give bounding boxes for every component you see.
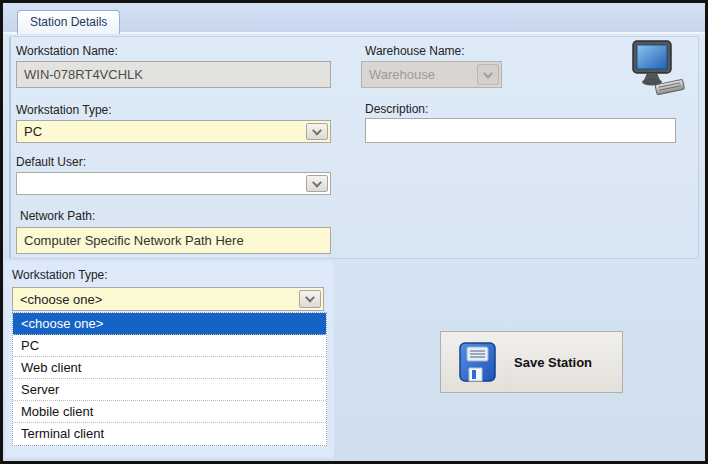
warehouse-name-combo: Warehouse <box>361 61 502 88</box>
type-picker-open-list[interactable]: <choose one> PC Web client Server Mobile… <box>12 312 327 446</box>
network-path-field[interactable] <box>16 227 331 254</box>
save-station-button[interactable]: Save Station <box>440 331 623 393</box>
workstation-name-label: Workstation Name: <box>16 44 118 58</box>
tab-station-details[interactable]: Station Details <box>17 10 120 34</box>
description-label: Description: <box>365 102 428 116</box>
default-user-dropdown-button[interactable] <box>306 175 328 192</box>
type-picker-dropdown-button[interactable] <box>299 290 321 308</box>
computer-icon <box>626 40 686 96</box>
type-option[interactable]: Mobile client <box>13 401 326 423</box>
type-option[interactable]: <choose one> <box>13 313 326 335</box>
station-details-window: Station Details Workstation Name: Workst… <box>0 0 708 464</box>
warehouse-name-label: Warehouse Name: <box>365 44 465 58</box>
chevron-down-icon <box>483 68 493 78</box>
type-picker-label: Workstation Type: <box>12 268 108 282</box>
default-user-combo[interactable] <box>16 172 331 195</box>
default-user-label: Default User: <box>16 155 86 169</box>
type-option[interactable]: Terminal client <box>13 423 326 445</box>
type-option[interactable]: PC <box>13 335 326 357</box>
type-picker-combo[interactable]: <choose one> <box>12 287 324 311</box>
description-field[interactable] <box>365 118 676 143</box>
workstation-type-label: Workstation Type: <box>16 103 112 117</box>
type-picker-value: <choose one> <box>20 288 297 310</box>
default-user-value <box>24 173 304 194</box>
tab-strip: Station Details <box>3 3 705 34</box>
type-option[interactable]: Server <box>13 379 326 401</box>
chevron-down-icon <box>305 293 315 303</box>
warehouse-name-value: Warehouse <box>369 62 475 87</box>
type-option[interactable]: Web client <box>13 357 326 379</box>
workstation-name-field[interactable] <box>16 61 331 88</box>
chevron-down-icon <box>312 125 322 135</box>
save-station-label: Save Station <box>514 355 592 370</box>
network-path-label: Network Path: <box>20 209 95 223</box>
floppy-disk-icon <box>459 342 496 382</box>
warehouse-dropdown-button <box>477 64 499 85</box>
workstation-type-dropdown-button[interactable] <box>306 123 328 140</box>
workstation-type-combo[interactable]: PC <box>16 120 331 143</box>
chevron-down-icon <box>312 177 322 187</box>
workstation-type-value: PC <box>24 121 304 142</box>
